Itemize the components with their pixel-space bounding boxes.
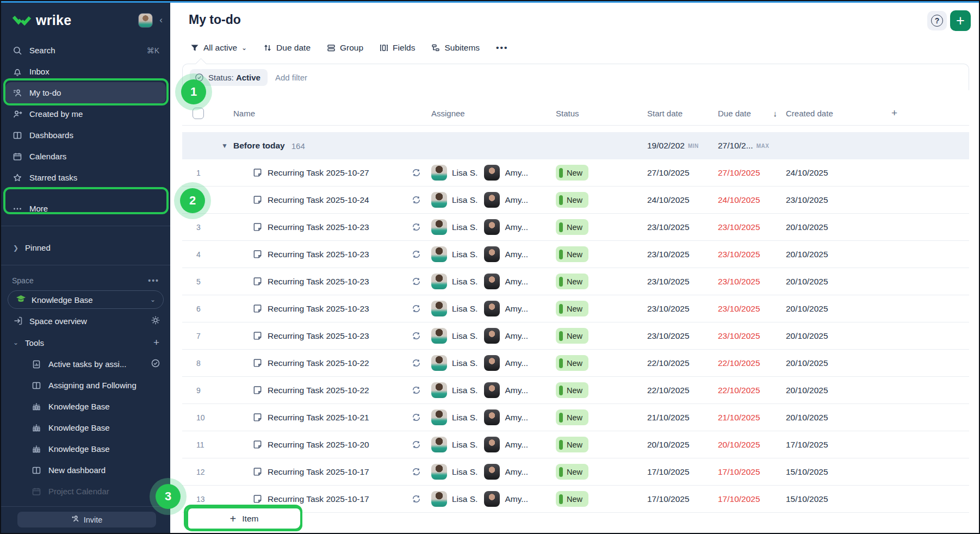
- tool-item-knowledge-base-2[interactable]: Knowledge Base: [1, 417, 170, 438]
- start-date[interactable]: 24/10/2025: [647, 195, 690, 205]
- status-badge[interactable]: New: [556, 491, 588, 507]
- created-date[interactable]: 20/10/2025: [786, 358, 828, 368]
- sidebar-item-created-by-me[interactable]: Created by me: [5, 103, 166, 125]
- task-name[interactable]: Recurring Task 2025-10-23: [268, 250, 369, 259]
- tool-item-active-tasks[interactable]: Active tasks by assi...: [1, 353, 170, 375]
- sidebar-item-pinned[interactable]: ❯ Pinned: [1, 237, 170, 258]
- assignee-avatar[interactable]: [484, 464, 500, 480]
- assignee-avatar[interactable]: [431, 464, 447, 480]
- group-control[interactable]: Group: [327, 43, 363, 53]
- assignee-avatar[interactable]: [431, 409, 447, 425]
- sidebar-item-more[interactable]: More: [5, 198, 166, 219]
- status-badge[interactable]: New: [556, 165, 588, 181]
- invite-button[interactable]: Invite: [17, 512, 156, 527]
- tool-item-knowledge-base-3[interactable]: Knowledge Base: [1, 438, 170, 460]
- sort-control[interactable]: Due date: [263, 43, 311, 53]
- created-date[interactable]: 20/10/2025: [786, 304, 828, 314]
- table-row[interactable]: 7 Recurring Task 2025-10-23 Li: [182, 322, 969, 350]
- sidebar-item-dashboards[interactable]: Dashboards: [5, 125, 166, 146]
- start-date[interactable]: 23/10/2025: [647, 304, 690, 314]
- created-date[interactable]: 20/10/2025: [786, 331, 828, 341]
- start-date[interactable]: 17/10/2025: [647, 467, 690, 477]
- table-row[interactable]: 5 Recurring Task 2025-10-23 Li: [182, 268, 969, 295]
- assignee-avatar[interactable]: [431, 355, 447, 371]
- created-date[interactable]: 20/10/2025: [786, 250, 828, 259]
- column-header-status[interactable]: Status: [556, 101, 647, 125]
- status-badge[interactable]: New: [556, 328, 588, 344]
- assignee-avatar[interactable]: [484, 355, 500, 371]
- assignee-avatar[interactable]: [484, 437, 500, 452]
- assignee-avatar[interactable]: [484, 274, 500, 289]
- due-date[interactable]: 20/10/2025: [718, 440, 760, 450]
- status-badge[interactable]: New: [556, 274, 588, 289]
- chevron-down-icon[interactable]: ▼: [221, 142, 228, 150]
- user-avatar[interactable]: [138, 13, 153, 28]
- sidebar-item-inbox[interactable]: Inbox: [5, 61, 166, 82]
- due-date[interactable]: 23/10/2025: [718, 222, 760, 232]
- table-row[interactable]: 8 Recurring Task 2025-10-22 Li: [182, 350, 969, 377]
- table-row[interactable]: 3 Recurring Task 2025-10-23 Li: [182, 214, 969, 241]
- task-name[interactable]: Recurring Task 2025-10-17: [268, 494, 369, 504]
- task-name[interactable]: Recurring Task 2025-10-27: [268, 168, 369, 178]
- start-date[interactable]: 22/10/2025: [647, 358, 690, 368]
- status-badge[interactable]: New: [556, 464, 588, 480]
- column-header-assignee[interactable]: Assignee: [431, 101, 556, 125]
- table-row[interactable]: 12 Recurring Task 2025-10-17 L: [182, 458, 969, 486]
- status-badge[interactable]: New: [556, 246, 588, 262]
- fields-control[interactable]: Fields: [380, 43, 415, 53]
- status-badge[interactable]: New: [556, 192, 588, 208]
- assignee-avatar[interactable]: [484, 246, 500, 262]
- start-date[interactable]: 17/10/2025: [647, 494, 690, 504]
- tool-item-assigning-following[interactable]: Assigning and Following: [1, 375, 170, 396]
- create-item-button[interactable]: +: [950, 10, 971, 31]
- status-badge[interactable]: New: [556, 437, 588, 452]
- assignee-avatar[interactable]: [431, 328, 447, 344]
- task-name[interactable]: Recurring Task 2025-10-23: [268, 277, 369, 287]
- due-date[interactable]: 22/10/2025: [718, 358, 760, 368]
- table-row[interactable]: 2 Recurring Task 2025-10-24 Li: [182, 187, 969, 214]
- due-date[interactable]: 17/10/2025: [718, 494, 760, 504]
- table-row[interactable]: 1 Recurring Task 2025-10-27 Li: [182, 159, 969, 187]
- task-name[interactable]: Recurring Task 2025-10-21: [268, 413, 369, 423]
- due-date[interactable]: 23/10/2025: [718, 277, 760, 287]
- toolbar-more-icon[interactable]: •••: [496, 43, 508, 53]
- assignee-avatar[interactable]: [484, 491, 500, 507]
- table-row[interactable]: 10 Recurring Task 2025-10-21 L: [182, 404, 969, 431]
- assignee-avatar[interactable]: [484, 192, 500, 208]
- status-badge[interactable]: New: [556, 382, 588, 398]
- group-row-before-today[interactable]: ▼ Before today164 19/02/202MIN 27/10/2..…: [182, 132, 969, 159]
- status-badge[interactable]: New: [556, 301, 588, 316]
- tool-item-new-dashboard[interactable]: New dashboard: [1, 460, 170, 481]
- status-badge[interactable]: New: [556, 409, 588, 425]
- add-filter-button[interactable]: Add filter: [275, 73, 307, 82]
- sidebar-item-space-overview[interactable]: Space overview: [1, 310, 170, 332]
- add-tool-icon[interactable]: +: [153, 337, 159, 349]
- task-name[interactable]: Recurring Task 2025-10-24: [268, 195, 369, 205]
- task-name[interactable]: Recurring Task 2025-10-23: [268, 222, 369, 232]
- collapse-sidebar-icon[interactable]: ‹: [159, 15, 163, 26]
- due-date[interactable]: 23/10/2025: [718, 304, 760, 314]
- subitems-control[interactable]: Subitems: [431, 43, 480, 53]
- table-row[interactable]: 11 Recurring Task 2025-10-20 L: [182, 431, 969, 458]
- space-selector[interactable]: Knowledge Base ⌄: [8, 290, 164, 309]
- gear-icon[interactable]: [151, 315, 160, 327]
- space-menu-icon[interactable]: •••: [148, 276, 159, 285]
- task-name[interactable]: Recurring Task 2025-10-23: [268, 304, 369, 314]
- created-date[interactable]: 24/10/2025: [786, 168, 828, 178]
- assignee-avatar[interactable]: [484, 382, 500, 398]
- start-date[interactable]: 23/10/2025: [647, 250, 690, 259]
- status-badge[interactable]: New: [556, 355, 588, 371]
- start-date[interactable]: 21/10/2025: [647, 413, 690, 423]
- start-date[interactable]: 27/10/2025: [647, 168, 690, 178]
- status-badge[interactable]: New: [556, 219, 588, 235]
- start-date[interactable]: 20/10/2025: [647, 440, 690, 450]
- assignee-avatar[interactable]: [484, 165, 500, 181]
- assignee-avatar[interactable]: [431, 246, 447, 262]
- task-name[interactable]: Recurring Task 2025-10-23: [268, 331, 369, 341]
- start-date[interactable]: 23/10/2025: [647, 222, 690, 232]
- assignee-avatar[interactable]: [431, 192, 447, 208]
- assignee-avatar[interactable]: [431, 437, 447, 452]
- due-date[interactable]: 23/10/2025: [718, 331, 760, 341]
- sidebar-item-my-todo[interactable]: My to-do: [5, 82, 166, 103]
- filter-dropdown[interactable]: All active ⌄: [190, 43, 247, 53]
